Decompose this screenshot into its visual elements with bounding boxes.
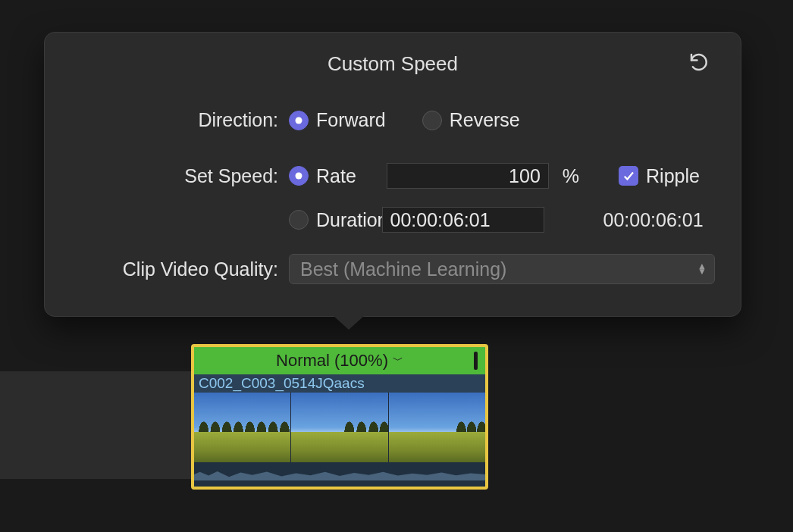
ripple-label: Ripple (646, 165, 700, 187)
clip-audio-waveform (194, 462, 485, 487)
radio-dot-icon (289, 210, 309, 230)
chevron-down-icon: ﹀ (393, 354, 403, 368)
clip-speed-bar[interactable]: Normal (100%) ﹀ (194, 347, 485, 374)
clip-thumb (291, 393, 388, 462)
speed-badge-label: Normal (100%) (276, 351, 388, 371)
popover-header: Custom Speed (71, 52, 715, 76)
speed-handle[interactable] (474, 352, 478, 370)
popover-title: Custom Speed (328, 52, 458, 76)
clip-name-label: C002_C003_0514JQaacs (194, 374, 485, 393)
checkmark-icon (619, 166, 638, 186)
duration-readout: 00:00:06:01 (603, 209, 704, 231)
clip-quality-label: Clip Video Quality: (71, 258, 289, 280)
clip-thumbnails (194, 393, 485, 462)
radio-label: Forward (316, 109, 386, 131)
stepper-icon: ▲▼ (697, 264, 707, 274)
timeline-track[interactable] (0, 371, 191, 479)
radio-label: Duration (316, 209, 388, 231)
clip-thumb (194, 393, 291, 462)
direction-reverse-radio[interactable]: Reverse (422, 109, 520, 131)
undo-arrow-icon (688, 51, 710, 77)
duration-input[interactable] (382, 207, 544, 233)
direction-label: Direction: (71, 109, 289, 131)
clip-thumb (389, 393, 485, 462)
rate-input[interactable] (387, 163, 549, 189)
direction-row: Direction: Forward Reverse (71, 109, 715, 131)
clip-quality-row: Clip Video Quality: Best (Machine Learni… (71, 254, 715, 284)
radio-dot-icon (289, 111, 309, 130)
speed-duration-radio[interactable]: Duration (289, 209, 388, 231)
timeline-clip[interactable]: Normal (100%) ﹀ C002_C003_0514JQaacs (191, 344, 488, 490)
reset-button[interactable] (686, 51, 712, 77)
radio-label: Rate (316, 165, 356, 187)
ripple-checkbox[interactable]: Ripple (619, 165, 700, 187)
select-value: Best (Machine Learning) (300, 258, 506, 280)
radio-dot-icon (422, 111, 442, 130)
duration-row: Duration 00:00:06:01 (71, 207, 715, 233)
set-speed-label: Set Speed: (71, 165, 289, 187)
radio-dot-icon (289, 166, 309, 186)
set-speed-row: Set Speed: Rate % Ripple (71, 163, 715, 189)
radio-label: Reverse (450, 109, 520, 131)
speed-rate-radio[interactable]: Rate (289, 165, 356, 187)
clip-quality-select[interactable]: Best (Machine Learning) ▲▼ (289, 254, 715, 284)
direction-forward-radio[interactable]: Forward (289, 109, 386, 131)
custom-speed-popover: Custom Speed Direction: Forward Reverse (44, 32, 741, 317)
rate-unit: % (563, 165, 579, 187)
